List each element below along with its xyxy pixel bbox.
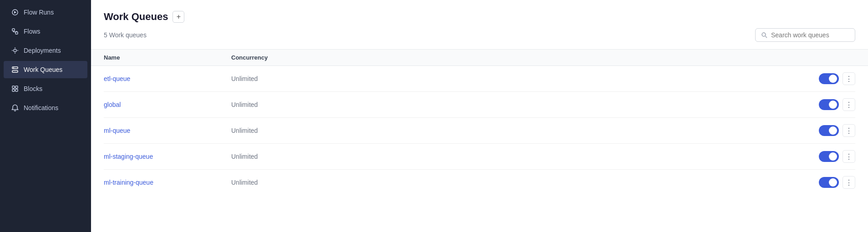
svg-point-3	[14, 49, 16, 52]
main-content: Work Queues + 5 Work queues Name Concurr…	[91, 0, 868, 232]
more-options-button[interactable]: ⋮	[843, 72, 855, 85]
queue-name-link[interactable]: global	[104, 101, 231, 108]
blocks-icon	[11, 85, 19, 93]
table-row: etl-queue Unlimited ⋮	[104, 66, 855, 92]
sidebar-item-label: Work Queues	[24, 66, 62, 73]
sidebar-item-label: Deployments	[24, 47, 61, 54]
col-name-header: Name	[104, 54, 231, 61]
sidebar-item-deployments[interactable]: Deployments	[4, 42, 87, 59]
svg-point-11	[762, 33, 766, 36]
add-work-queue-button[interactable]: +	[173, 11, 184, 23]
queue-toggle[interactable]	[819, 73, 839, 84]
more-options-button[interactable]: ⋮	[843, 150, 855, 163]
svg-rect-8	[15, 86, 18, 88]
page-title: Work Queues	[104, 11, 168, 23]
queue-toggle[interactable]	[819, 99, 839, 110]
sidebar-item-flows[interactable]: Flows	[4, 23, 87, 40]
deployments-icon	[11, 46, 19, 55]
svg-rect-1	[12, 29, 15, 31]
queue-name-link[interactable]: ml-queue	[104, 127, 231, 134]
svg-rect-7	[12, 86, 15, 88]
search-box[interactable]	[755, 28, 855, 42]
row-actions: ⋮	[819, 124, 855, 137]
sidebar-item-notifications[interactable]: Notifications	[4, 99, 87, 116]
col-concurrency-header: Concurrency	[231, 54, 855, 61]
row-actions: ⋮	[819, 176, 855, 189]
svg-rect-4	[12, 67, 18, 69]
work-queues-count: 5 Work queues	[104, 31, 147, 39]
notifications-icon	[11, 104, 19, 112]
row-actions: ⋮	[819, 150, 855, 163]
queue-name-link[interactable]: etl-queue	[104, 75, 231, 82]
more-options-button[interactable]: ⋮	[843, 124, 855, 137]
table-row: ml-staging-queue Unlimited ⋮	[104, 144, 855, 170]
flows-icon	[11, 27, 19, 35]
page-header: Work Queues + 5 Work queues	[91, 0, 868, 50]
svg-rect-10	[15, 89, 18, 91]
queue-toggle[interactable]	[819, 125, 839, 136]
row-actions: ⋮	[819, 98, 855, 111]
concurrency-value: Unlimited	[231, 101, 819, 108]
sidebar-item-label: Blocks	[24, 85, 42, 92]
table-row: ml-training-queue Unlimited ⋮	[104, 170, 855, 195]
table-row: global Unlimited ⋮	[104, 92, 855, 118]
sidebar-item-label: Notifications	[24, 104, 58, 111]
concurrency-value: Unlimited	[231, 127, 819, 134]
work-queues-table: Name Concurrency etl-queue Unlimited ⋮ g…	[91, 50, 868, 195]
queue-toggle[interactable]	[819, 151, 839, 162]
concurrency-value: Unlimited	[231, 75, 819, 82]
row-actions: ⋮	[819, 72, 855, 85]
queue-name-link[interactable]: ml-staging-queue	[104, 153, 231, 160]
sidebar-item-work-queues[interactable]: Work Queues	[4, 61, 87, 78]
search-icon	[761, 32, 767, 38]
svg-rect-5	[12, 71, 18, 72]
svg-line-12	[766, 36, 767, 38]
sidebar-item-label: Flow Runs	[24, 9, 54, 16]
concurrency-value: Unlimited	[231, 153, 819, 160]
queue-name-link[interactable]: ml-training-queue	[104, 179, 231, 186]
work-queues-icon	[11, 66, 19, 74]
concurrency-value: Unlimited	[231, 179, 819, 186]
table-header: Name Concurrency	[91, 50, 868, 66]
queue-toggle[interactable]	[819, 177, 839, 188]
subtitle-row: 5 Work queues	[104, 28, 855, 42]
flow-runs-icon	[11, 8, 19, 16]
title-row: Work Queues +	[104, 11, 855, 23]
more-options-button[interactable]: ⋮	[843, 98, 855, 111]
sidebar-item-blocks[interactable]: Blocks	[4, 80, 87, 97]
sidebar-item-flow-runs[interactable]: Flow Runs	[4, 4, 87, 21]
sidebar-item-label: Flows	[24, 28, 41, 35]
sidebar: Flow Runs Flows Deployments	[0, 0, 91, 232]
table-row: ml-queue Unlimited ⋮	[104, 118, 855, 144]
more-options-button[interactable]: ⋮	[843, 176, 855, 189]
svg-rect-9	[12, 89, 15, 91]
search-input[interactable]	[771, 31, 849, 39]
